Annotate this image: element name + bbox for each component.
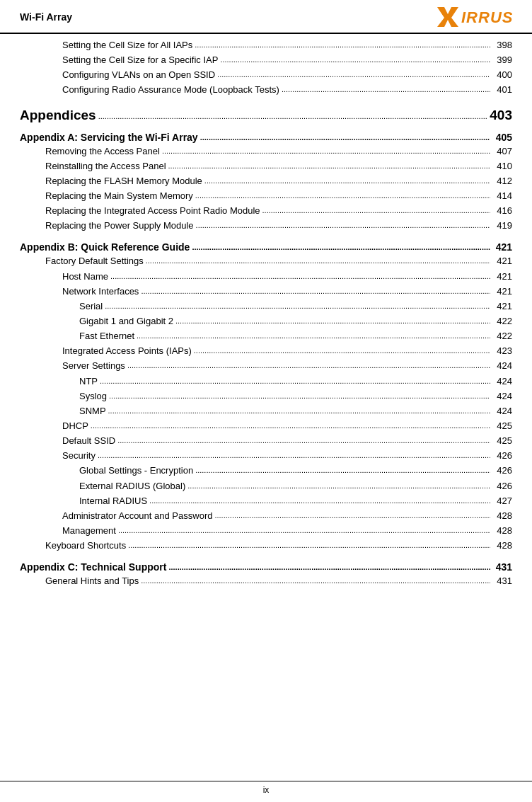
appendix-b-label: Appendix B: Quick Reference Guide bbox=[20, 241, 190, 253]
toc-dots bbox=[137, 328, 490, 343]
toc-page: 428 bbox=[492, 509, 512, 523]
list-item: Management 428 bbox=[20, 524, 512, 538]
toc-label: Management bbox=[62, 524, 116, 538]
logo-area: IRRUS bbox=[434, 6, 512, 28]
toc-dots bbox=[110, 269, 490, 283]
list-item: Server Settings 424 bbox=[20, 359, 512, 373]
toc-page: 426 bbox=[492, 464, 512, 478]
toc-dots bbox=[282, 82, 490, 96]
list-item: Configuring VLANs on an Open SSID 400 bbox=[20, 68, 512, 82]
toc-page: 422 bbox=[492, 314, 512, 328]
toc-page: 421 bbox=[492, 270, 512, 284]
toc-dots bbox=[141, 573, 490, 588]
toc-dots bbox=[105, 299, 490, 313]
toc-dots bbox=[175, 314, 490, 328]
list-item: Configuring Radio Assurance Mode (Loopba… bbox=[20, 83, 512, 97]
toc-page: 398 bbox=[492, 38, 512, 52]
toc-label: Keyboard Shortcuts bbox=[45, 539, 126, 553]
page-header: Wi-Fi Array IRRUS bbox=[0, 0, 532, 34]
appendix-b-entries: Factory Default Settings 421 Host Name 4… bbox=[20, 254, 512, 553]
appendix-c-page: 431 bbox=[492, 561, 512, 573]
toc-label: SNMP bbox=[79, 404, 106, 418]
list-item: Host Name 421 bbox=[20, 270, 512, 284]
toc-label: DHCP bbox=[62, 419, 88, 433]
appendix-b-heading: Appendix B: Quick Reference Guide 421 bbox=[20, 241, 512, 253]
appendix-a-entries: Removing the Access Panel 407 Reinstalli… bbox=[20, 144, 512, 234]
toc-page: 421 bbox=[492, 285, 512, 299]
toc-page: 424 bbox=[492, 359, 512, 373]
toc-page: 412 bbox=[492, 174, 512, 188]
toc-label: Internal RADIUS bbox=[79, 494, 147, 508]
toc-dots bbox=[187, 479, 490, 493]
footer-page-number: ix bbox=[263, 785, 270, 795]
toc-page: 414 bbox=[492, 189, 512, 203]
list-item: Replacing the FLASH Memory Module 412 bbox=[20, 174, 512, 188]
toc-page: 428 bbox=[492, 539, 512, 553]
toc-label: Setting the Cell Size for a Specific IAP bbox=[62, 53, 218, 67]
list-item: Default SSID 425 bbox=[20, 434, 512, 448]
appendices-page: 403 bbox=[490, 108, 512, 123]
toc-page: 421 bbox=[492, 299, 512, 314]
header-title: Wi-Fi Array bbox=[20, 11, 72, 23]
toc-page: 424 bbox=[492, 404, 512, 418]
list-item: Internal RADIUS 427 bbox=[20, 494, 512, 508]
toc-label: Factory Default Settings bbox=[45, 254, 144, 268]
toc-page: 426 bbox=[492, 449, 512, 463]
toc-dots bbox=[117, 433, 490, 447]
list-item: DHCP 425 bbox=[20, 419, 512, 433]
list-item: Replacing the Main System Memory 414 bbox=[20, 189, 512, 203]
list-item: Serial 421 bbox=[20, 299, 512, 314]
xirrus-logo-icon: IRRUS bbox=[434, 6, 512, 28]
toc-page: 422 bbox=[492, 329, 512, 343]
toc-dots bbox=[168, 561, 490, 572]
toc-dots bbox=[192, 241, 490, 252]
toc-dots bbox=[195, 188, 490, 202]
toc-label: Default SSID bbox=[62, 434, 115, 448]
appendix-b-page: 421 bbox=[492, 241, 512, 253]
toc-label: Removing the Access Panel bbox=[45, 144, 160, 159]
toc-label: Integrated Access Points (IAPs) bbox=[62, 344, 192, 358]
toc-dots bbox=[162, 144, 490, 158]
toc-label: Fast Ethernet bbox=[79, 329, 134, 343]
list-item: Replacing the Integrated Access Point Ra… bbox=[20, 204, 512, 218]
toc-label: NTP bbox=[79, 374, 98, 389]
list-item: General Hints and Tips 431 bbox=[20, 574, 512, 588]
toc-page: 424 bbox=[492, 374, 512, 389]
toc-page: 416 bbox=[492, 204, 512, 218]
toc-page: 431 bbox=[492, 574, 512, 588]
appendices-heading: Appendices 403 bbox=[20, 108, 512, 123]
toc-page: 428 bbox=[492, 524, 512, 538]
list-item: Network Interfaces 421 bbox=[20, 285, 512, 299]
appendix-a-label: Appendix A: Servicing the Wi-Fi Array bbox=[20, 132, 198, 143]
toc-label: General Hints and Tips bbox=[45, 574, 139, 588]
toc-page: 410 bbox=[492, 159, 512, 173]
toc-page: 426 bbox=[492, 479, 512, 493]
toc-page: 400 bbox=[492, 68, 512, 82]
toc-label: Network Interfaces bbox=[62, 285, 139, 299]
list-item: Replacing the Power Supply Module 419 bbox=[20, 219, 512, 233]
toc-label: Security bbox=[62, 449, 96, 463]
svg-marker-0 bbox=[437, 7, 458, 27]
list-item: Global Settings - Encryption 426 bbox=[20, 464, 512, 478]
top-entries: Setting the Cell Size for All IAPs 398 S… bbox=[20, 38, 512, 98]
toc-page: 407 bbox=[492, 144, 512, 159]
toc-dots bbox=[127, 358, 490, 372]
toc-label: Configuring VLANs on an Open SSID bbox=[62, 68, 215, 82]
toc-label: Setting the Cell Size for All IAPs bbox=[62, 38, 192, 52]
list-item: Factory Default Settings 421 bbox=[20, 254, 512, 268]
list-item: Integrated Access Points (IAPs) 423 bbox=[20, 344, 512, 358]
toc-label: Reinstalling the Access Panel bbox=[45, 159, 166, 173]
toc-dots bbox=[194, 343, 490, 357]
toc-dots bbox=[200, 131, 490, 142]
appendix-a-page: 405 bbox=[492, 132, 512, 143]
toc-dots bbox=[100, 374, 490, 388]
toc-dots bbox=[195, 38, 490, 52]
list-item: Fast Ethernet 422 bbox=[20, 329, 512, 343]
page: Wi-Fi Array IRRUS Setting the Cell Size … bbox=[0, 0, 532, 802]
toc-page: 419 bbox=[492, 219, 512, 233]
toc-dots bbox=[168, 159, 490, 173]
list-item: Syslog 424 bbox=[20, 389, 512, 403]
toc-label: Replacing the Main System Memory bbox=[45, 189, 193, 203]
toc-page: 399 bbox=[492, 53, 512, 67]
toc-page: 423 bbox=[492, 344, 512, 358]
